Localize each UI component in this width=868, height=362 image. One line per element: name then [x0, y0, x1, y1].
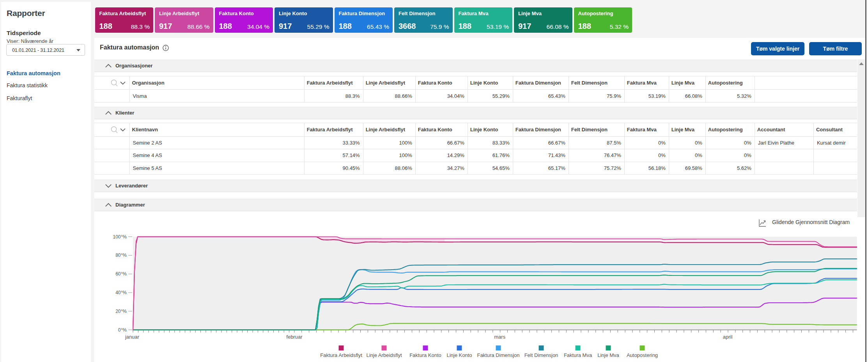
svg-text:april: april: [723, 334, 733, 340]
svg-text:Linje Konto: Linje Konto: [446, 352, 472, 358]
svg-text:Autopostering: Autopostering: [627, 352, 658, 358]
svg-text:20°%: 20°%: [115, 309, 127, 314]
svg-text:Faktura Dimensjon: Faktura Dimensjon: [477, 352, 519, 358]
svg-text:0°%: 0°%: [118, 327, 127, 333]
svg-text:100°%: 100°%: [113, 234, 127, 240]
svg-text:januar: januar: [125, 334, 140, 340]
svg-text:Faktura Arbeidsflyt: Faktura Arbeidsflyt: [320, 352, 362, 358]
svg-text:Felt Dimensjon: Felt Dimensjon: [524, 352, 558, 358]
svg-text:40°%: 40°%: [115, 290, 127, 295]
svg-text:Faktura Mva: Faktura Mva: [564, 352, 592, 358]
svg-text:80°%: 80°%: [115, 253, 127, 258]
svg-text:60°%: 60°%: [115, 271, 127, 277]
svg-text:mars: mars: [494, 334, 505, 340]
svg-text:Linje Arbeidsflyt: Linje Arbeidsflyt: [366, 352, 402, 358]
svg-text:Linje Mva: Linje Mva: [597, 352, 619, 358]
svg-text:februar: februar: [286, 334, 303, 340]
svg-text:Faktura Konto: Faktura Konto: [409, 352, 441, 358]
